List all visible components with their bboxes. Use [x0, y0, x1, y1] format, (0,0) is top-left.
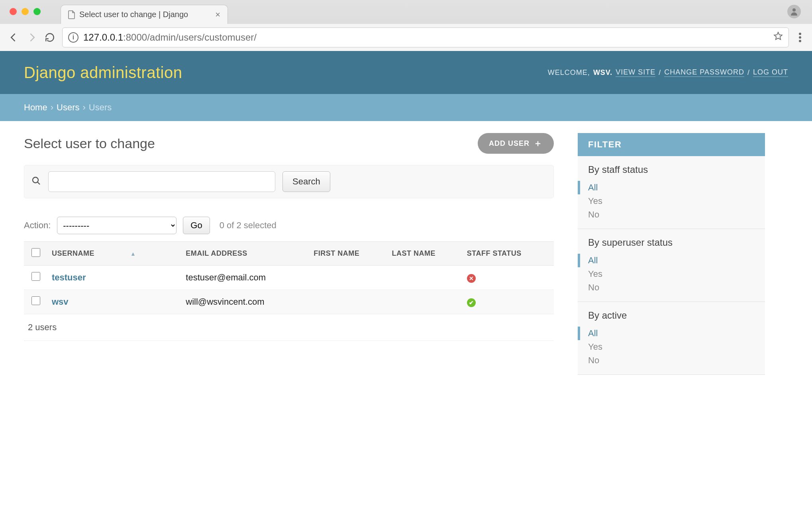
filter-option[interactable]: Yes	[588, 194, 755, 208]
address-bar[interactable]: i 127.0.0.1:8000/admin/users/customuser/	[62, 27, 789, 47]
filter-group-title: By active	[588, 310, 755, 321]
action-select[interactable]: ---------	[57, 217, 177, 234]
content: Select user to change ADD USER ＋ Search …	[0, 121, 812, 387]
logout-link[interactable]: LOG OUT	[753, 68, 788, 77]
profile-avatar-icon[interactable]	[787, 5, 801, 18]
svg-point-3	[799, 40, 801, 42]
go-button[interactable]: Go	[183, 217, 210, 234]
cell-email: testuser@email.com	[182, 266, 310, 290]
plus-icon: ＋	[533, 137, 543, 149]
filter-option[interactable]: No	[588, 208, 755, 221]
cell-firstname	[310, 290, 388, 314]
search-panel: Search	[24, 165, 554, 198]
breadcrumb-app[interactable]: Users	[57, 102, 79, 113]
change-password-link[interactable]: CHANGE PASSWORD	[664, 68, 744, 77]
cell-staff: ✔	[463, 290, 554, 314]
column-firstname[interactable]: FIRST NAME	[310, 242, 388, 266]
cell-lastname	[388, 290, 463, 314]
search-input[interactable]	[48, 171, 275, 192]
user-link[interactable]: wsv	[52, 297, 69, 307]
site-info-icon[interactable]: i	[68, 32, 78, 43]
table-row: testusertestuser@email.com✕	[24, 266, 554, 290]
browser-tab[interactable]: Select user to change | Django ×	[61, 5, 228, 24]
filter-group: By superuser statusAllYesNo	[578, 229, 765, 302]
maximize-window-button[interactable]	[33, 8, 41, 15]
svg-point-2	[799, 36, 801, 39]
svg-point-0	[792, 8, 796, 12]
view-site-link[interactable]: VIEW SITE	[616, 68, 655, 77]
main-column: Select user to change ADD USER ＋ Search …	[24, 133, 554, 375]
add-user-button[interactable]: ADD USER ＋	[478, 133, 554, 154]
site-title[interactable]: Django administration	[24, 64, 182, 82]
close-window-button[interactable]	[10, 8, 17, 15]
action-label: Action:	[24, 220, 51, 231]
selection-count: 0 of 2 selected	[220, 220, 277, 231]
address-bar-row: i 127.0.0.1:8000/admin/users/customuser/	[0, 24, 812, 51]
yes-icon: ✔	[467, 298, 476, 307]
filter-header: FILTER	[578, 133, 765, 156]
user-table: USERNAME▲ EMAIL ADDRESS FIRST NAME LAST …	[24, 241, 554, 314]
column-staff[interactable]: STAFF STATUS	[463, 242, 554, 266]
url-text: 127.0.0.1:8000/admin/users/customuser/	[83, 32, 257, 43]
actions-row: Action: --------- Go 0 of 2 selected	[24, 217, 554, 234]
browser-menu-button[interactable]	[796, 32, 804, 43]
separator: /	[747, 69, 750, 77]
filter-option[interactable]: No	[588, 354, 755, 367]
cell-staff: ✕	[463, 266, 554, 290]
breadcrumb-current: Users	[89, 102, 112, 113]
table-row: wsvwill@wsvincent.com✔	[24, 290, 554, 314]
select-all-checkbox[interactable]	[31, 248, 40, 257]
column-lastname[interactable]: LAST NAME	[388, 242, 463, 266]
close-tab-button[interactable]: ×	[215, 10, 220, 20]
filter-group-title: By staff status	[588, 164, 755, 175]
filter-option[interactable]: All	[578, 181, 755, 194]
breadcrumb: Home › Users › Users	[0, 94, 812, 121]
row-select-checkbox[interactable]	[31, 296, 40, 305]
separator: /	[659, 69, 661, 77]
svg-point-4	[33, 177, 38, 183]
column-email[interactable]: EMAIL ADDRESS	[182, 242, 310, 266]
filter-group-title: By superuser status	[588, 237, 755, 248]
tab-strip: Select user to change | Django ×	[0, 0, 812, 24]
column-username[interactable]: USERNAME▲	[48, 242, 182, 266]
sort-asc-icon: ▲	[130, 251, 136, 257]
forward-button[interactable]	[26, 32, 37, 43]
add-user-label: ADD USER	[489, 139, 530, 148]
cell-lastname	[388, 266, 463, 290]
reload-button[interactable]	[45, 32, 55, 43]
filter-group: By staff statusAllYesNo	[578, 156, 765, 229]
page-title-bar: Select user to change ADD USER ＋	[24, 133, 554, 154]
window-controls	[10, 8, 41, 15]
current-username: WSV.	[593, 69, 612, 77]
minimize-window-button[interactable]	[22, 8, 29, 15]
breadcrumb-home[interactable]: Home	[24, 102, 47, 113]
filter-option[interactable]: All	[578, 254, 755, 267]
filter-option[interactable]: No	[588, 281, 755, 294]
welcome-label: WELCOME,	[548, 69, 590, 77]
filter-option[interactable]: Yes	[588, 340, 755, 354]
cell-firstname	[310, 266, 388, 290]
bookmark-star-icon[interactable]	[773, 31, 783, 43]
user-link[interactable]: testuser	[52, 272, 86, 282]
filter-option[interactable]: All	[578, 327, 755, 340]
page-title: Select user to change	[24, 136, 155, 151]
page-icon	[68, 10, 75, 19]
filter-group: By activeAllYesNo	[578, 302, 765, 375]
cell-email: will@wsvincent.com	[182, 290, 310, 314]
search-icon	[31, 176, 41, 187]
user-tools: WELCOME, WSV. VIEW SITE / CHANGE PASSWOR…	[548, 68, 788, 77]
row-select-checkbox[interactable]	[31, 272, 40, 281]
no-icon: ✕	[467, 274, 476, 283]
site-header: Django administration WELCOME, WSV. VIEW…	[0, 51, 812, 94]
svg-point-1	[799, 33, 801, 35]
tab-title: Select user to change | Django	[79, 10, 188, 19]
browser-chrome: Select user to change | Django × i 127.0…	[0, 0, 812, 51]
filter-option[interactable]: Yes	[588, 267, 755, 281]
filter-sidebar: FILTER By staff statusAllYesNoBy superus…	[578, 133, 765, 375]
back-button[interactable]	[8, 32, 19, 43]
row-count: 2 users	[24, 314, 554, 341]
search-button[interactable]: Search	[282, 171, 330, 192]
select-all-header	[24, 242, 48, 266]
